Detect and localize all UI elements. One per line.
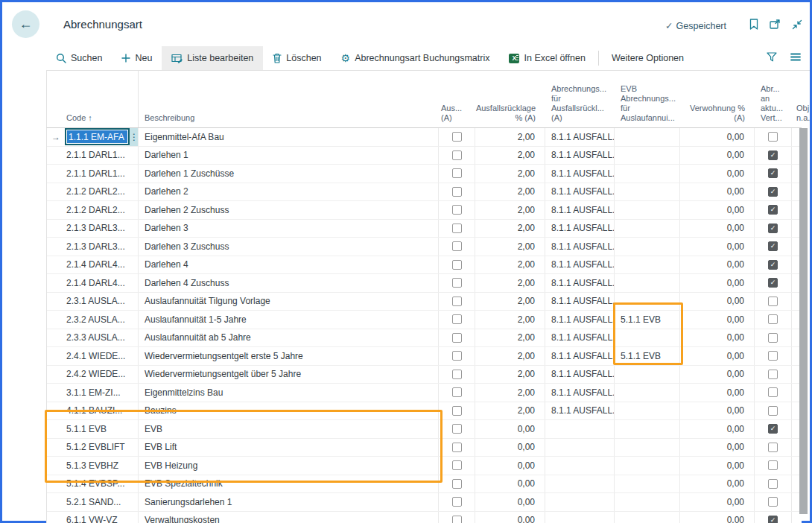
abr-checkbox[interactable]: ✓ (768, 278, 778, 288)
abr-checkbox[interactable] (768, 497, 778, 507)
abr-cell[interactable] (755, 475, 792, 493)
column-header-verwohnung[interactable]: Verwohnung %(A) (680, 70, 755, 127)
code-cell[interactable]: 2.1.3 DARL3... (47, 238, 139, 256)
beschreibung-cell[interactable]: Auslaufannuität Tilgung Vorlage (139, 293, 439, 311)
abr-cell[interactable] (755, 329, 792, 347)
code-cell[interactable]: 4.1.1 BAUZI... (47, 402, 139, 420)
abrechnung-fuer-cell[interactable]: 8.1.1 AUSFALL... (545, 256, 615, 274)
search-button[interactable]: Suchen (46, 46, 112, 70)
abrechnung-fuer-cell[interactable]: 8.1.1 AUSFALL... (545, 165, 615, 183)
beschreibung-cell[interactable]: Eigenmittel-AfA Bau (139, 128, 439, 146)
code-cell[interactable]: 2.1.2 DARL2... (47, 183, 139, 201)
aus-checkbox[interactable] (452, 351, 462, 361)
abrechnung-fuer-cell[interactable]: 8.1.1 AUSFALL... (545, 366, 615, 384)
aus-cell[interactable] (439, 347, 475, 365)
abrechnung-fuer-cell[interactable]: 8.1.1 AUSFALL... (545, 384, 615, 402)
abrechnung-fuer-cell[interactable]: 8.1.1 AUSFALL... (545, 347, 615, 365)
evb-abrechnung-cell[interactable] (615, 384, 680, 402)
ausfallsruecklage-cell[interactable]: 2,00 (475, 201, 545, 219)
abrechnung-fuer-cell[interactable]: 8.1.1 AUSFALL... (545, 183, 615, 201)
evb-abrechnung-cell[interactable] (615, 238, 680, 256)
aus-checkbox[interactable] (452, 314, 462, 324)
beschreibung-cell[interactable]: Wiedervermietungsentgelt über 5 Jahre (139, 366, 439, 384)
ausfallsruecklage-cell[interactable]: 2,00 (475, 220, 545, 238)
ausfallsruecklage-cell[interactable]: 2,00 (475, 384, 545, 402)
aus-checkbox[interactable] (452, 370, 462, 379)
code-cell[interactable]: → 1.1.1 EM-AFA ⋮ (47, 128, 139, 146)
aus-checkbox[interactable] (452, 443, 462, 452)
abr-cell[interactable] (755, 347, 792, 365)
code-cell[interactable]: 2.1.1 DARL1... (47, 165, 139, 183)
abr-cell[interactable]: ✓ (755, 274, 792, 292)
aus-cell[interactable] (439, 183, 475, 201)
verwohnung-cell[interactable]: 0,00 (680, 274, 755, 292)
abrechnung-fuer-cell[interactable] (545, 420, 615, 438)
aus-cell[interactable] (439, 274, 475, 292)
evb-abrechnung-cell[interactable] (615, 402, 680, 420)
ausfallsruecklage-cell[interactable]: 2,00 (475, 366, 545, 384)
abrechnung-fuer-cell[interactable] (545, 512, 615, 523)
abrechnung-fuer-cell[interactable]: 8.1.1 AUSFALL... (545, 402, 615, 420)
verwohnung-cell[interactable]: 0,00 (680, 238, 755, 256)
aus-checkbox[interactable] (452, 278, 462, 288)
verwohnung-cell[interactable]: 0,00 (680, 493, 755, 511)
beschreibung-cell[interactable]: EVB (139, 420, 439, 438)
abr-checkbox[interactable] (768, 333, 778, 343)
aus-cell[interactable] (439, 366, 475, 384)
verwohnung-cell[interactable]: 0,00 (680, 366, 755, 384)
aus-checkbox[interactable] (452, 150, 462, 160)
beschreibung-cell[interactable]: Darlehen 4 (139, 256, 439, 274)
edit-list-button[interactable]: Liste bearbeiten (162, 46, 263, 70)
code-cell[interactable]: 5.1.2 EVBLIFT (47, 439, 139, 457)
abr-cell[interactable] (755, 128, 792, 146)
code-cell[interactable]: 2.1.4 DARL4... (47, 256, 139, 274)
abr-checkbox[interactable]: ✓ (768, 150, 778, 160)
abr-cell[interactable] (755, 439, 792, 457)
abr-cell[interactable]: ✓ (755, 420, 792, 438)
ausfallsruecklage-cell[interactable]: 2,00 (475, 311, 545, 329)
evb-abrechnung-cell[interactable] (615, 493, 680, 511)
code-cell[interactable]: 2.1.2 DARL2... (47, 201, 139, 219)
verwohnung-cell[interactable]: 0,00 (680, 201, 755, 219)
abrechnung-fuer-cell[interactable]: 8.1.1 AUSFALL... (545, 147, 615, 165)
abrechnung-fuer-cell[interactable] (545, 475, 615, 493)
abrechnung-fuer-cell[interactable]: 8.1.1 AUSFALL... (545, 238, 615, 256)
filter-icon[interactable] (767, 52, 777, 64)
abr-checkbox[interactable]: ✓ (768, 205, 778, 215)
aus-checkbox[interactable] (452, 297, 462, 306)
verwohnung-cell[interactable]: 0,00 (680, 220, 755, 238)
column-header-evb-abrechnung[interactable]: EVBAbrechnungs...fürAuslaufannui... (615, 70, 680, 127)
aus-checkbox[interactable] (452, 241, 462, 251)
beschreibung-cell[interactable]: Darlehen 4 Zuschuss (139, 274, 439, 292)
evb-abrechnung-cell[interactable] (615, 329, 680, 347)
beschreibung-cell[interactable]: Darlehen 3 (139, 220, 439, 238)
aus-checkbox[interactable] (452, 387, 462, 397)
ausfallsruecklage-cell[interactable]: 2,00 (475, 329, 545, 347)
abr-checkbox[interactable] (768, 314, 778, 324)
beschreibung-cell[interactable]: Wiedervermietungsentgelt erste 5 Jahre (139, 347, 439, 365)
evb-abrechnung-cell[interactable]: 5.1.1 EVB (615, 311, 680, 329)
ausfallsruecklage-cell[interactable]: 2,00 (475, 293, 545, 311)
aus-checkbox[interactable] (452, 224, 462, 233)
abr-checkbox[interactable] (768, 297, 778, 306)
ausfallsruecklage-cell[interactable]: 2,00 (475, 256, 545, 274)
column-header-aus[interactable]: Aus...(A) (439, 70, 475, 127)
aus-cell[interactable] (439, 311, 475, 329)
code-cell[interactable]: 2.1.4 DARL4... (47, 274, 139, 292)
abr-checkbox[interactable]: ✓ (768, 224, 778, 233)
aus-cell[interactable] (439, 165, 475, 183)
beschreibung-cell[interactable]: Darlehen 2 (139, 183, 439, 201)
aus-checkbox[interactable] (452, 260, 462, 270)
abr-cell[interactable] (755, 311, 792, 329)
aus-cell[interactable] (439, 402, 475, 420)
evb-abrechnung-cell[interactable] (615, 183, 680, 201)
verwohnung-cell[interactable]: 0,00 (680, 512, 755, 523)
abr-cell[interactable] (755, 457, 792, 475)
new-button[interactable]: Neu (112, 46, 162, 70)
aus-cell[interactable] (439, 384, 475, 402)
abr-checkbox[interactable] (768, 387, 778, 397)
code-cell[interactable]: 2.3.1 AUSLA... (47, 293, 139, 311)
abrechnung-fuer-cell[interactable]: 8.1.1 AUSFALL... (545, 311, 615, 329)
verwohnung-cell[interactable]: 0,00 (680, 183, 755, 201)
abrechnung-fuer-cell[interactable]: 8.1.1 AUSFALL... (545, 293, 615, 311)
